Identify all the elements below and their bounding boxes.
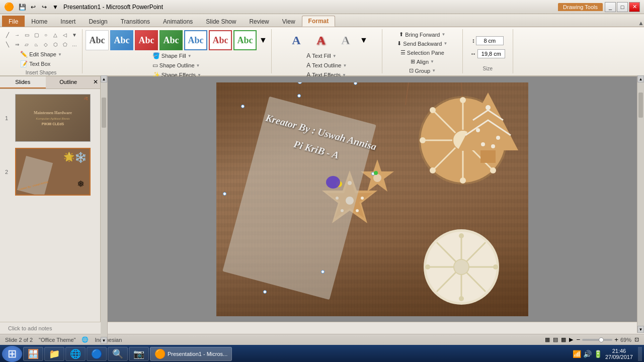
wordart-more[interactable]: ▼	[359, 36, 369, 45]
taskbar-powerpoint[interactable]: 🟠 Presentation1 - Micros...	[150, 347, 232, 361]
taskbar-app1[interactable]: 🔵	[87, 347, 107, 361]
handle-tm[interactable]	[297, 94, 301, 98]
shape-rect[interactable]: ▭	[22, 30, 31, 39]
canvas-area: ▲ ▼	[101, 76, 644, 322]
battery-icon[interactable]: 🔋	[594, 350, 602, 358]
tab-review[interactable]: Review	[243, 16, 275, 27]
shape-fill-button[interactable]: 🪣 Shape Fill ▼	[149, 51, 204, 60]
taskbar-camera[interactable]: 📷	[129, 347, 149, 361]
bring-forward-button[interactable]: ⬆ Bring Forward ▼	[396, 30, 448, 39]
shape-moredown[interactable]: …	[70, 40, 79, 49]
volume-icon[interactable]: 🔊	[583, 350, 592, 358]
tab-format[interactable]: Format	[302, 16, 336, 27]
style-box-4[interactable]: Abc	[159, 30, 183, 50]
shape-more[interactable]: ▼	[70, 30, 79, 39]
style-box-7[interactable]: Abc	[233, 30, 257, 50]
slide-image-1[interactable]: Maintemen Hardware Kumpulan Aplikasi Bis…	[15, 94, 91, 142]
zoom-thumb[interactable]	[599, 337, 604, 342]
tab-animations[interactable]: Animations	[156, 16, 199, 27]
align-button[interactable]: ⊞ Align ▼	[408, 57, 437, 66]
show-desktop-button[interactable]	[638, 347, 642, 361]
wordart-box-3[interactable]: A	[334, 30, 357, 50]
slide-thumb-1[interactable]: 1 Maintemen Hardware Kumpulan Aplikasi B…	[4, 93, 96, 143]
redo-button[interactable]: ↪	[39, 2, 49, 12]
zoom-slider[interactable]	[582, 339, 612, 341]
scroll-thumb-v[interactable]	[102, 98, 106, 128]
shape-rtri[interactable]: ◁	[60, 30, 69, 39]
slide-image-2[interactable]: ❄️ 🌟 ❅ Kreator By : Uswah Annisa	[15, 148, 91, 196]
view-slideshow-button[interactable]: ▶	[569, 336, 573, 343]
shape-hex[interactable]: ⬡	[51, 40, 60, 49]
view-slide-sorter-button[interactable]: ▤	[553, 336, 558, 343]
style-box-3[interactable]: Abc	[135, 30, 158, 50]
ribbon-collapse-button[interactable]: ▲	[638, 20, 644, 27]
style-box-6[interactable]: Abc	[209, 30, 232, 50]
shape-rarrow[interactable]: ⇒	[13, 40, 22, 49]
shape-oct[interactable]: ⬠	[60, 40, 69, 49]
style-box-2[interactable]: Abc	[110, 30, 133, 50]
fit-window-button[interactable]: ⊡	[634, 336, 639, 343]
style-box-1[interactable]: Abc	[86, 30, 109, 50]
shape-para[interactable]: ▱	[22, 40, 31, 49]
tab-view[interactable]: View	[276, 16, 302, 27]
scroll-right-up[interactable]: ▲	[637, 76, 644, 82]
taskbar-explorer[interactable]: 🪟	[23, 347, 43, 361]
shape-diamond[interactable]: ◇	[41, 40, 50, 49]
slide-thumb-2[interactable]: 2 ❄️ 🌟 ❅ Kreator By : Uswah Annisa	[4, 147, 96, 197]
shape-line[interactable]: ╱	[3, 30, 12, 39]
handle-br[interactable]	[321, 270, 325, 274]
tab-transitions[interactable]: Transitions	[114, 16, 156, 27]
send-backward-button[interactable]: ⬇ Send Backward ▼	[394, 39, 450, 48]
handle-tl[interactable]	[241, 105, 245, 108]
view-reading-button[interactable]: ▩	[561, 336, 566, 343]
wordart-box-1[interactable]: A	[285, 30, 308, 50]
zoom-in-button[interactable]: +	[614, 336, 618, 343]
taskbar-search[interactable]: 🔍	[108, 347, 128, 361]
size-content: ↕ ↔	[469, 30, 506, 64]
save-button[interactable]: 💾	[17, 2, 27, 12]
notes-bar[interactable]: Click to add notes	[0, 322, 644, 334]
minimize-button[interactable]: _	[605, 2, 616, 12]
shape-arrow[interactable]: →	[13, 30, 22, 39]
close-button[interactable]: ✕	[629, 2, 640, 12]
quick-access-dropdown[interactable]: ▼	[50, 2, 60, 12]
tab-slideshow[interactable]: Slide Show	[199, 16, 243, 27]
slides-close-button[interactable]: ✕	[91, 76, 100, 88]
view-normal-button[interactable]: ▦	[545, 336, 550, 343]
style-box-5[interactable]: Abc	[184, 30, 207, 50]
outline-tab[interactable]: Outline	[46, 76, 92, 88]
width-input[interactable]	[477, 49, 505, 58]
shape-outline-button[interactable]: ▭ Shape Outline ▼	[149, 61, 204, 70]
text-fill-button[interactable]: A Text Fill ▼	[303, 51, 350, 60]
shape-oval[interactable]: ○	[41, 30, 50, 39]
tab-file[interactable]: File	[2, 16, 25, 27]
shape-triangle[interactable]: △	[51, 30, 60, 39]
network-icon[interactable]: 📶	[573, 350, 581, 358]
shape-line2[interactable]: ╲	[3, 40, 12, 49]
selection-pane-button[interactable]: ☰ Selection Pane	[397, 48, 447, 57]
text-box-button[interactable]: 📝 Text Box	[17, 59, 65, 68]
slides-tab[interactable]: Slides	[0, 76, 46, 88]
taskbar-ie[interactable]: 🌐	[65, 347, 86, 361]
shape-rounded[interactable]: ▢	[32, 30, 41, 39]
height-input[interactable]	[476, 36, 504, 45]
handle-bm[interactable]	[263, 290, 267, 294]
start-button[interactable]: ⊞	[2, 346, 22, 362]
handle-tr[interactable]	[354, 82, 357, 85]
tab-insert[interactable]: Insert	[54, 16, 82, 27]
group-button[interactable]: ⊡ Group ▼	[406, 66, 439, 75]
maximize-button[interactable]: □	[617, 2, 628, 12]
scroll-up-button[interactable]: ▲	[101, 76, 107, 82]
wordart-box-2[interactable]: A	[309, 30, 333, 50]
text-outline-button[interactable]: A Text Outline ▼	[303, 61, 350, 70]
scroll-thumb-right[interactable]	[638, 93, 643, 118]
taskbar-files[interactable]: 📁	[44, 347, 64, 361]
zoom-out-button[interactable]: −	[576, 336, 580, 343]
shape-trap[interactable]: ⏢	[32, 40, 41, 49]
undo-button[interactable]: ↩	[28, 2, 38, 12]
tab-home[interactable]: Home	[25, 16, 54, 27]
shape-styles-more[interactable]: ▼	[258, 36, 268, 45]
tab-design[interactable]: Design	[82, 16, 114, 27]
edit-shape-button[interactable]: ✏️ Edit Shape ▼	[17, 50, 65, 59]
handle-ml[interactable]	[223, 192, 226, 196]
